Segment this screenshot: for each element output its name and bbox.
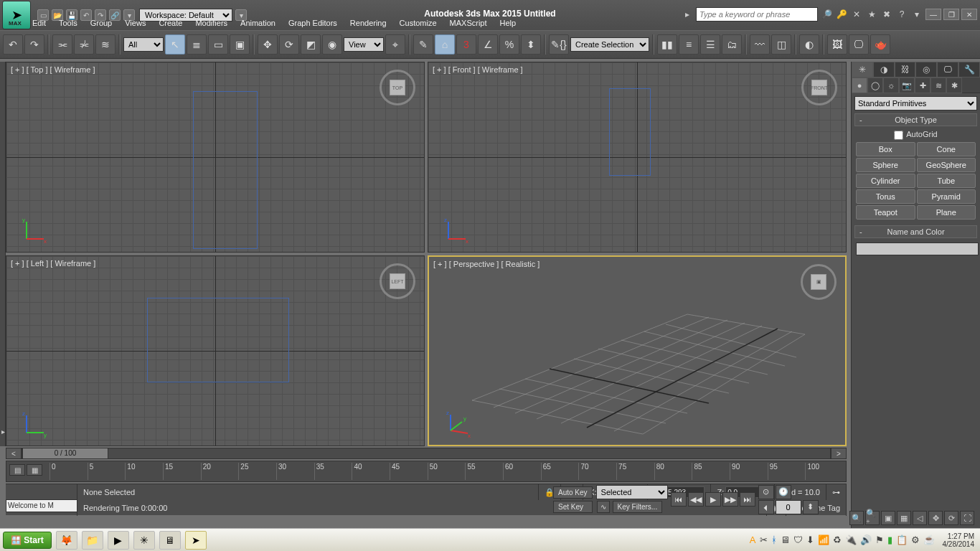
cameras-subtab[interactable]: 📷 [899, 77, 915, 93]
plane-button[interactable]: Plane [917, 205, 976, 220]
zoom-all-button[interactable]: 🔍⁺ [865, 511, 880, 525]
geosphere-button[interactable]: GeoSphere [917, 158, 976, 172]
create-tab[interactable]: ✳ [852, 62, 873, 77]
tray-icon-8[interactable]: ⚑ [875, 534, 884, 545]
zoom-extents-all-button[interactable]: ▦ [897, 511, 911, 525]
fov-button[interactable]: ◁ [913, 511, 927, 525]
next-frame-button[interactable]: ▶▶ [722, 492, 738, 507]
tray-icon-4[interactable]: ⬇ [806, 534, 814, 545]
primitive-category-select[interactable]: Standard Primitives [854, 96, 977, 110]
taskbar-media-player-icon[interactable]: ▶ [108, 531, 129, 550]
layers-button[interactable]: ☰ [700, 34, 720, 55]
maxscript-listener[interactable]: Welcome to M [6, 499, 77, 512]
tray-icon-7[interactable]: 🔌 [845, 534, 857, 545]
tray-icon-2[interactable]: 🖥 [781, 534, 790, 545]
rect-region-button[interactable]: ▭ [208, 34, 228, 55]
selection-filter-select[interactable]: All [123, 37, 164, 52]
menu-group[interactable]: Group [90, 19, 113, 27]
undo-button[interactable]: ↶ [3, 34, 23, 55]
cone-button[interactable]: Cone [917, 142, 976, 156]
left-dock-handle[interactable]: ▸ [0, 62, 6, 446]
render-setup-button[interactable]: 🖼 [827, 34, 847, 55]
hierarchy-tab[interactable]: ⛓ [895, 62, 916, 77]
move-button[interactable]: ✥ [258, 34, 278, 55]
modify-tab[interactable]: ◑ [873, 62, 895, 77]
taskbar-firefox-icon[interactable]: 🦊 [56, 531, 77, 550]
help-dropdown-icon[interactable]: ▾ [910, 8, 923, 21]
menu-modifiers[interactable]: Modifiers [195, 19, 227, 27]
window-crossing-button[interactable]: ▣ [230, 34, 250, 55]
scale-button[interactable]: ◩ [301, 34, 321, 55]
menu-help[interactable]: Help [500, 19, 517, 27]
angle-snap-button[interactable]: ∠ [478, 34, 498, 55]
taskbar-app2-icon[interactable]: 🖥 [159, 531, 181, 550]
favorite-icon[interactable]: ★ [865, 8, 878, 21]
redo-button[interactable]: ↷ [24, 34, 44, 55]
curve-editor-button[interactable]: 〰 [750, 34, 770, 55]
schematic-view-button[interactable]: ◫ [771, 34, 791, 55]
zoom-extents-button[interactable]: ▣ [881, 511, 895, 525]
utilities-tab[interactable]: 🔧 [958, 62, 980, 77]
start-button[interactable]: 🪟 Start [3, 532, 52, 549]
tray-autodesk-icon[interactable]: A [750, 534, 756, 545]
viewport-top-label[interactable]: [ + ] [ Top ] [ Wireframe ] [11, 65, 95, 74]
menu-graph-editors[interactable]: Graph Editors [288, 19, 337, 27]
title-chevron-icon[interactable]: ▸ [681, 8, 694, 21]
object-type-rollout-header[interactable]: -Object Type [854, 113, 977, 126]
viewcube-front[interactable]: FRONT [801, 70, 837, 105]
zoom-button[interactable]: 🔍 [849, 511, 864, 525]
expand-arrow-icon[interactable]: ▸ [0, 428, 6, 439]
auto-key-button[interactable]: Auto Key [553, 486, 593, 499]
link-button[interactable]: ⫘ [52, 34, 72, 55]
exchange-icon[interactable]: ✕ [850, 8, 863, 21]
track-bar[interactable]: ▤ ▦ 051015202530354045505560657075808590… [6, 461, 847, 482]
set-key-button[interactable]: Set Key [553, 501, 593, 513]
render-button[interactable]: 🫖 [870, 34, 890, 55]
tray-icon-10[interactable]: ⚙ [911, 534, 920, 545]
align-button[interactable]: ≡ [679, 34, 699, 55]
current-frame-input[interactable] [776, 500, 801, 514]
time-slider-prev-button[interactable]: < [6, 448, 22, 459]
key-tangent-button[interactable]: ∿ [597, 501, 610, 513]
rotate-button[interactable]: ⟳ [279, 34, 299, 55]
goto-end-button[interactable]: ⏭ [740, 492, 755, 507]
menu-rendering[interactable]: Rendering [350, 19, 387, 27]
name-and-color-rollout-header[interactable]: -Name and Color [854, 225, 977, 238]
spacewarps-subtab[interactable]: ≋ [930, 77, 946, 93]
mini-curve-editor-button[interactable]: ▤ [9, 464, 25, 476]
viewport-left[interactable]: [ + ] [ Left ] [ Wireframe ] LEFT zy [6, 255, 425, 446]
viewport-top[interactable]: [ + ] [ Top ] [ Wireframe ] TOP yx [6, 62, 425, 253]
tube-button[interactable]: Tube [917, 174, 976, 188]
placement-button[interactable]: ◉ [322, 34, 342, 55]
display-tab[interactable]: 🖵 [937, 62, 958, 77]
minimize-button[interactable]: — [925, 9, 941, 20]
tray-java-icon[interactable]: ☕ [923, 534, 935, 545]
pan-button[interactable]: ✥ [928, 511, 943, 525]
tray-icon-6[interactable]: ♻ [833, 534, 842, 545]
tray-battery-icon[interactable]: ▮ [887, 534, 892, 545]
bind-spacewarp-button[interactable]: ≋ [95, 34, 116, 55]
torus-button[interactable]: Torus [856, 189, 915, 204]
keyboard-shortcut-button[interactable]: ⌂ [435, 34, 455, 55]
frame-spinner-icon[interactable]: ⬍ [803, 500, 819, 514]
viewport-front[interactable]: [ + ] [ Front ] [ Wireframe ] FRONT zx [428, 62, 847, 253]
object-name-input[interactable] [856, 242, 979, 255]
help-icon[interactable]: ? [895, 8, 908, 21]
restore-button[interactable]: ❐ [943, 9, 959, 20]
systems-subtab[interactable]: ✱ [946, 77, 962, 93]
tray-icon-1[interactable]: ✂ [760, 534, 768, 545]
menu-customize[interactable]: Customize [400, 19, 437, 27]
time-slider[interactable]: 0 / 100 [22, 448, 831, 459]
menu-maxscript[interactable]: MAXScript [450, 19, 487, 27]
viewport-left-label[interactable]: [ + ] [ Left ] [ Wireframe ] [11, 259, 95, 268]
select-by-name-button[interactable]: ≣ [187, 34, 207, 55]
tray-icon-9[interactable]: 📋 [896, 534, 908, 545]
spinner-snap-button[interactable]: ⬍ [521, 34, 541, 55]
orbit-button[interactable]: ⟳ [944, 511, 958, 525]
percent-snap-button[interactable]: % [499, 34, 519, 55]
sphere-button[interactable]: Sphere [856, 158, 915, 172]
close-button[interactable]: ✕ [961, 9, 977, 20]
layer-explorer-button[interactable]: 🗂 [722, 34, 742, 55]
shapes-subtab[interactable]: ◯ [867, 77, 883, 93]
lights-subtab[interactable]: ☼ [883, 77, 899, 93]
